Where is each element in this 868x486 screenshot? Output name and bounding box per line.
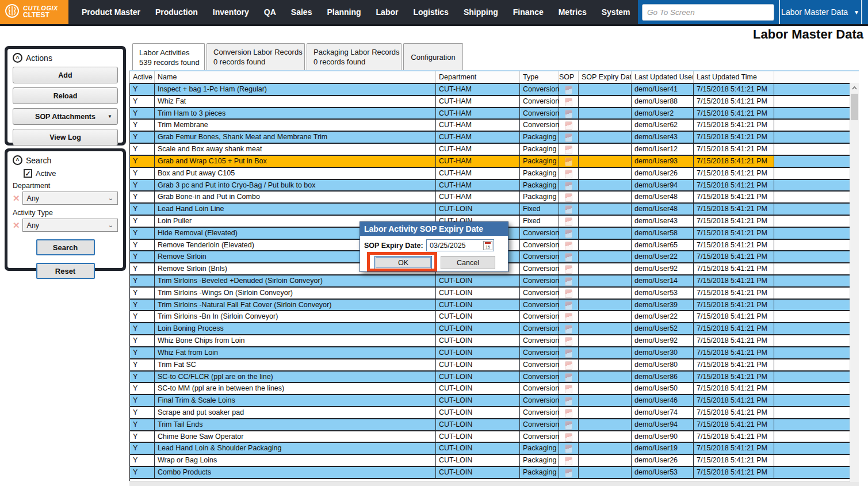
nav-menu-item[interactable]: Planning xyxy=(319,7,368,17)
pdf-icon[interactable] xyxy=(565,170,572,178)
pdf-icon[interactable] xyxy=(565,325,572,334)
cell-sop[interactable] xyxy=(559,407,579,418)
horizontal-scrollbar[interactable] xyxy=(129,481,859,486)
cell-sop[interactable] xyxy=(559,383,579,394)
cell-sop[interactable] xyxy=(559,311,579,322)
cell-sop[interactable] xyxy=(559,204,579,215)
vertical-scrollbar[interactable] xyxy=(850,83,859,482)
table-row[interactable]: Y Final Trim & Scale Loins CUT-LOIN Conv… xyxy=(130,394,859,406)
cell-sop[interactable] xyxy=(559,372,579,382)
clear-activity-type-icon[interactable]: ✕ xyxy=(13,221,20,229)
cell-sop[interactable] xyxy=(559,108,579,119)
pdf-icon[interactable] xyxy=(565,86,572,94)
collapse-actions-icon[interactable]: ^ xyxy=(13,53,22,63)
pdf-icon[interactable] xyxy=(565,349,572,358)
pdf-icon[interactable] xyxy=(565,337,572,346)
cell-sop[interactable] xyxy=(559,228,579,239)
activity-type-select[interactable]: Any ⌄ xyxy=(22,219,118,232)
nav-menu-item[interactable]: QA xyxy=(257,7,284,17)
table-row[interactable]: Y Trim Ham to 3 pieces CUT-HAM Conversio… xyxy=(130,107,859,119)
column-header-sop-expiry-date[interactable]: SOP Expiry Date xyxy=(579,71,632,83)
cell-sop[interactable] xyxy=(559,323,579,334)
screen-selector-dropdown[interactable]: Labor Master Data ▼ xyxy=(780,0,862,24)
cell-sop[interactable] xyxy=(559,144,579,155)
pdf-icon[interactable] xyxy=(565,229,572,238)
cell-sop[interactable] xyxy=(559,359,579,370)
cell-sop[interactable] xyxy=(559,180,579,191)
nav-menu-item[interactable]: Inventory xyxy=(205,7,257,17)
pdf-icon[interactable] xyxy=(565,385,572,393)
cell-sop[interactable] xyxy=(559,132,579,143)
collapse-search-icon[interactable]: ^ xyxy=(13,155,22,165)
pdf-icon[interactable] xyxy=(565,182,572,190)
nav-menu-item[interactable]: Production xyxy=(148,7,205,17)
nav-menu-item[interactable]: Finance xyxy=(506,7,551,17)
cell-sop[interactable] xyxy=(559,467,579,478)
table-row[interactable]: Y Box and Put away C105 CUT-HAM Packagin… xyxy=(130,167,859,179)
department-select[interactable]: Any ⌄ xyxy=(22,192,118,205)
cell-sop[interactable] xyxy=(559,120,579,131)
table-row[interactable]: Y Trim Sirloins -Natural Fall Fat Cover … xyxy=(130,299,859,311)
cell-sop[interactable] xyxy=(559,347,579,358)
table-row[interactable]: Y SC-to MM (ppl are in between the lines… xyxy=(130,382,859,394)
search-button[interactable]: Search xyxy=(36,239,95,255)
pdf-icon[interactable] xyxy=(565,205,572,214)
cell-sop[interactable] xyxy=(559,240,579,251)
table-row[interactable]: Y Chime Bone Saw Operator CUT-LOIN Conve… xyxy=(130,430,859,442)
table-row[interactable]: Y Whiz Bone Chips from Loin CUT-LOIN Con… xyxy=(130,334,859,346)
table-row[interactable]: Y Grab Bone-in and Put in Combo CUT-HAM … xyxy=(130,190,859,202)
go-to-screen-input[interactable] xyxy=(642,4,774,21)
scroll-up-arrow-icon[interactable] xyxy=(850,83,859,93)
table-row[interactable]: Y Trim Fat SC CUT-LOIN Conversion demo/U… xyxy=(130,358,859,370)
column-header-name[interactable]: Name xyxy=(155,71,436,83)
pdf-icon[interactable] xyxy=(565,361,572,370)
calendar-icon[interactable]: 15 xyxy=(483,241,492,250)
table-row[interactable]: Y Trim Membrane CUT-HAM Conversion demo/… xyxy=(130,118,859,131)
table-row[interactable]: Y Grab 3 pc and Put into Cryo-Bag / Put … xyxy=(130,179,859,191)
cell-sop[interactable] xyxy=(559,275,579,286)
tab[interactable]: Configuration xyxy=(403,43,463,70)
scrollbar-thumb[interactable] xyxy=(851,94,858,120)
tab[interactable]: Conversion Labor Records 0 records found xyxy=(207,43,305,70)
table-row[interactable]: Y Grab and Wrap C105 + Put in Box CUT-HA… xyxy=(130,155,859,167)
nav-menu-item[interactable]: Logistics xyxy=(406,7,456,17)
add-button[interactable]: Add xyxy=(13,67,118,83)
nav-menu-item[interactable]: Metrics xyxy=(551,7,594,17)
table-row[interactable]: Y Lead Hand Loin & Shoulder Packaging CU… xyxy=(130,442,859,454)
pdf-icon[interactable] xyxy=(565,217,572,226)
cell-sop[interactable] xyxy=(559,84,579,95)
table-row[interactable]: Y Wrap or Bag Loins CUT-LOIN Packaging d… xyxy=(130,454,859,466)
reload-button[interactable]: Reload xyxy=(13,87,118,104)
tab[interactable]: Packaging Labor Records 0 records found xyxy=(307,43,402,70)
pdf-icon[interactable] xyxy=(565,301,572,310)
pdf-icon[interactable] xyxy=(565,373,572,382)
table-row[interactable]: Y Grab Femur Bones, Shank Meat and Membr… xyxy=(130,131,859,143)
sop-attachments-dropdown[interactable]: SOP Attachments ▼ xyxy=(13,108,118,125)
pdf-icon[interactable] xyxy=(565,277,572,286)
pdf-icon[interactable] xyxy=(565,421,572,430)
cell-sop[interactable] xyxy=(559,335,579,346)
column-header-type[interactable]: Type xyxy=(520,71,559,83)
cell-sop[interactable] xyxy=(559,455,579,466)
pdf-icon[interactable] xyxy=(565,313,572,322)
pdf-icon[interactable] xyxy=(565,253,572,262)
table-row[interactable]: Y Trim Tail Ends CUT-LOIN Conversion dem… xyxy=(130,418,859,430)
nav-menu-item[interactable]: Labor xyxy=(369,7,406,17)
cell-sop[interactable] xyxy=(559,419,579,430)
table-row[interactable]: Y Whiz Fat CUT-HAM Conversion demo/User8… xyxy=(130,95,859,107)
clear-department-icon[interactable]: ✕ xyxy=(13,194,20,202)
cell-sop[interactable] xyxy=(559,216,579,227)
column-header-last-updated-time[interactable]: Last Updated Time xyxy=(694,71,774,83)
cell-sop[interactable] xyxy=(559,300,579,311)
nav-menu-item[interactable]: Product Master xyxy=(74,7,148,17)
cell-sop[interactable] xyxy=(559,431,579,442)
table-row[interactable]: Y Loin Boning Process CUT-LOIN Conversio… xyxy=(130,322,859,334)
table-row[interactable]: Y Trim Sirloins -Beveled +Denuded (Sirlo… xyxy=(130,274,859,286)
pdf-icon[interactable] xyxy=(565,433,572,442)
table-row[interactable]: Y Scrape and put soaker pad CUT-LOIN Con… xyxy=(130,406,859,418)
cell-sop[interactable] xyxy=(559,251,579,262)
table-row[interactable]: Y Lead Hand Loin Line CUT-LOIN Fixed dem… xyxy=(130,202,859,215)
pdf-icon[interactable] xyxy=(565,146,572,154)
cell-sop[interactable] xyxy=(559,288,579,299)
pdf-icon[interactable] xyxy=(565,110,572,118)
